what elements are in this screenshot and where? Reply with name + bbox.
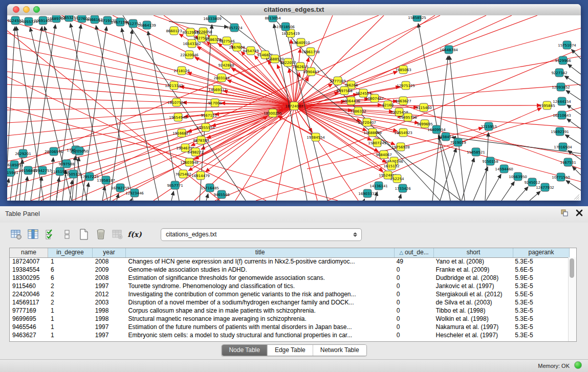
- table-cell[interactable]: 14569117: [10, 298, 48, 307]
- network-node[interactable]: 22420046: [180, 51, 199, 59]
- table-select[interactable]: citations_edges.txt: [161, 228, 362, 241]
- network-node[interactable]: 2718126: [173, 67, 190, 75]
- table-cell[interactable]: 1: [48, 307, 93, 315]
- column-visibility-icon[interactable]: [27, 228, 39, 241]
- table-cell[interactable]: Corpus callosum shape and size in male p…: [126, 307, 394, 315]
- table-row[interactable]: 969969511998Structural magnetic resonanc…: [10, 315, 569, 323]
- column-header-pagerank[interactable]: pagerank: [513, 248, 570, 257]
- table-cell[interactable]: 9463627: [10, 331, 48, 339]
- network-node[interactable]: 17957223: [80, 172, 99, 181]
- table-cell[interactable]: de Silva et al. (2003): [433, 298, 512, 307]
- table-row[interactable]: 946554611997Estimation of the future num…: [10, 323, 569, 331]
- memory-ok-icon[interactable]: [574, 361, 582, 369]
- table-cell[interactable]: 5.3E-5: [512, 331, 569, 339]
- table-cell[interactable]: 5.3E-5: [512, 282, 569, 290]
- network-node[interactable]: 18640910: [292, 38, 310, 47]
- network-node[interactable]: 8660123: [166, 27, 182, 35]
- network-node[interactable]: 14594460: [495, 165, 513, 173]
- table-cell[interactable]: Jankovic et al. (1997): [433, 282, 512, 290]
- network-node[interactable]: 9227342: [551, 69, 567, 77]
- window-titlebar[interactable]: citations_edges.txt: [7, 4, 581, 16]
- table-cell[interactable]: 0: [394, 274, 433, 282]
- network-node[interactable]: 3215953: [481, 122, 496, 130]
- table-cell[interactable]: 9115460: [10, 282, 48, 290]
- table-cell[interactable]: 1: [48, 323, 93, 331]
- table-cell[interactable]: Tourette syndrome. Phenomenology and cla…: [126, 282, 394, 290]
- table-settings-icon[interactable]: [10, 228, 23, 241]
- table-row[interactable]: 946362711997Embryonic stem cells: a mode…: [10, 331, 569, 339]
- network-node[interactable]: 10563950: [509, 172, 527, 181]
- network-node[interactable]: 12093852: [552, 83, 570, 91]
- network-node[interactable]: 15858525: [408, 15, 426, 21]
- import-table-icon[interactable]: [112, 228, 124, 241]
- table-cell[interactable]: Changes of HCN gene expression and I(f) …: [126, 257, 394, 266]
- table-cell[interactable]: 6: [48, 274, 93, 282]
- table-row[interactable]: 977716911998Corpus callosum shape and si…: [10, 307, 569, 315]
- table-cell[interactable]: Embryonic stem cells: a model to study s…: [126, 331, 394, 339]
- network-node[interactable]: 1167531: [560, 158, 576, 166]
- table-row[interactable]: 1938455462009Genome-wide association stu…: [10, 266, 569, 274]
- new-column-icon[interactable]: [78, 228, 90, 241]
- table-row[interactable]: 1456911722003Disruption of a novel membe…: [10, 298, 569, 307]
- table-cell[interactable]: 1: [48, 331, 93, 339]
- network-node[interactable]: 16903337: [358, 189, 377, 198]
- table-row[interactable]: 911546021997Tourette syndrome. Phenomeno…: [10, 282, 569, 290]
- table-cell[interactable]: 5.3E-5: [512, 307, 569, 315]
- table-cell[interactable]: 9699695: [10, 315, 48, 323]
- table-cell[interactable]: 5.5E-5: [512, 290, 569, 298]
- table-cell[interactable]: 0: [394, 323, 433, 331]
- tab-network-table[interactable]: Network Table: [313, 345, 366, 356]
- table-cell[interactable]: Dudbridge et al. (2008): [433, 274, 512, 282]
- column-header-year[interactable]: year: [93, 248, 126, 257]
- table-row[interactable]: 2242004622012Investigating the contribut…: [10, 290, 569, 298]
- tab-node-table[interactable]: Node Table: [222, 345, 267, 356]
- tab-edge-table[interactable]: Edge Table: [267, 345, 313, 356]
- table-cell[interactable]: Stergiakouli et al. (2012): [433, 290, 512, 298]
- table-cell[interactable]: 1: [48, 257, 93, 266]
- table-cell[interactable]: 5.9E-5: [512, 274, 569, 282]
- table-cell[interactable]: 0: [394, 282, 433, 290]
- network-node[interactable]: 18107554: [167, 98, 186, 106]
- network-node[interactable]: 3915941: [7, 168, 18, 177]
- network-node[interactable]: 17016504: [554, 143, 572, 151]
- network-node[interactable]: 8454749: [243, 47, 258, 55]
- network-node[interactable]: 12444154: [553, 97, 571, 105]
- table-cell[interactable]: 0: [394, 290, 433, 298]
- column-header-title[interactable]: title: [126, 248, 395, 257]
- table-cell[interactable]: 5.3E-5: [512, 298, 569, 307]
- column-header-name[interactable]: name: [10, 248, 48, 257]
- table-cell[interactable]: 49: [394, 257, 433, 266]
- table-cell[interactable]: 1997: [93, 331, 126, 339]
- rows-icon[interactable]: [61, 228, 73, 241]
- column-header-out-de-[interactable]: △out_de...: [395, 248, 434, 257]
- select-columns-icon[interactable]: [44, 228, 56, 241]
- table-cell[interactable]: Disruption of a novel member of a sodium…: [126, 298, 394, 307]
- close-icon[interactable]: [576, 209, 583, 216]
- network-node[interactable]: 15858521: [467, 148, 485, 156]
- network-node[interactable]: 16033809: [203, 15, 222, 23]
- network-node[interactable]: 62160: [382, 101, 394, 109]
- table-cell[interactable]: 2: [48, 282, 93, 290]
- table-cell[interactable]: Yano et al. (2008): [433, 257, 512, 266]
- network-node[interactable]: 16961758: [301, 48, 320, 56]
- table-cell[interactable]: 2008: [93, 274, 126, 282]
- network-node[interactable]: 10688609: [363, 128, 382, 137]
- network-node[interactable]: 9699695: [417, 120, 432, 128]
- table-scrollbar[interactable]: [568, 257, 576, 341]
- table-row[interactable]: 1830029562008Estimation of significance …: [10, 274, 569, 282]
- table-cell[interactable]: Genome-wide association studies in ADHD.: [126, 266, 394, 274]
- table-cell[interactable]: Investigating the contribution of common…: [126, 290, 394, 298]
- table-cell[interactable]: 2008: [93, 257, 126, 266]
- table-cell[interactable]: 0: [394, 307, 433, 315]
- table-cell[interactable]: 2012: [93, 290, 126, 298]
- network-node[interactable]: 11355554: [197, 123, 215, 132]
- function-builder-icon[interactable]: f(x): [128, 228, 141, 241]
- table-cell[interactable]: 5.3E-5: [512, 323, 569, 331]
- table-cell[interactable]: Hescheler et al. (1997): [433, 331, 512, 339]
- table-cell[interactable]: Franke et al. (2009): [433, 266, 512, 274]
- network-node[interactable]: 16210643: [553, 111, 571, 119]
- table-cell[interactable]: 2009: [93, 266, 126, 274]
- table-row[interactable]: 1872400712008Changes of HCN gene express…: [10, 257, 569, 266]
- table-cell[interactable]: 19384554: [10, 266, 48, 274]
- network-node[interactable]: 2803144: [213, 74, 230, 82]
